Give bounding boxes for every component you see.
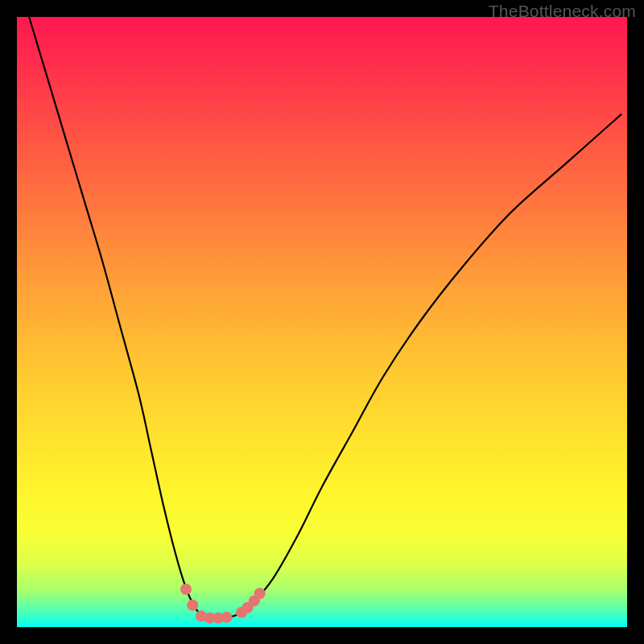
- chart-canvas: TheBottleneck.com: [0, 0, 644, 644]
- data-marker: [187, 600, 198, 611]
- data-marker: [254, 588, 266, 599]
- chart-overlay: [17, 17, 627, 627]
- data-marker: [180, 584, 192, 595]
- bottleneck-curve: [29, 17, 621, 618]
- attribution-label: TheBottleneck.com: [489, 2, 636, 21]
- data-marker: [221, 612, 233, 623]
- marker-group: [180, 584, 266, 624]
- plot-area: [17, 17, 627, 627]
